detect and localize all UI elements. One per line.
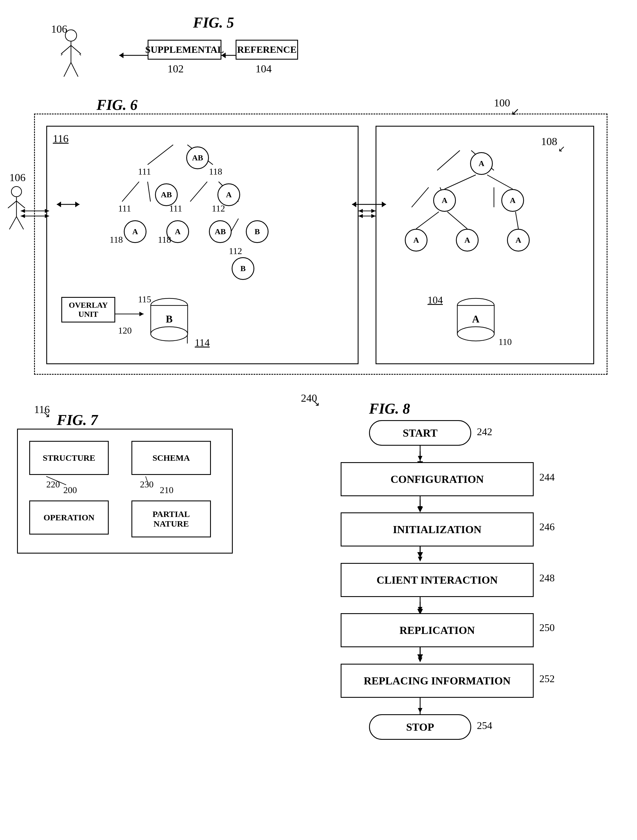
fig8-label-248: 248	[539, 572, 555, 584]
svg-marker-65	[21, 209, 25, 213]
fig8-stop-box: STOP	[369, 714, 471, 740]
svg-marker-87	[418, 657, 423, 662]
svg-marker-89	[418, 708, 423, 713]
fig6-node-root-ab: AB	[186, 147, 209, 169]
svg-marker-83	[418, 557, 423, 562]
svg-line-38	[71, 46, 81, 54]
fig6-node-l3-b: B	[232, 257, 254, 280]
fig8-label-244: 244	[539, 471, 555, 483]
fig6-edge-label-112-2: 112	[229, 246, 242, 256]
fig6-right-box: 108 ↙ A A A A A A 104 A 110	[375, 126, 594, 364]
svg-point-47	[151, 327, 188, 341]
fig8-label-250: 250	[539, 622, 555, 634]
svg-line-76	[46, 476, 66, 485]
fig6-label-114: 114	[195, 337, 210, 349]
fig5-supplemental-box: SUPPLEMENTAL	[148, 40, 221, 60]
svg-line-57	[516, 212, 518, 229]
fig8-start-box: START	[369, 420, 471, 446]
fig6-edge-label-111-1: 111	[138, 166, 151, 177]
svg-text:B: B	[166, 313, 173, 325]
fig8-title: FIG. 8	[369, 400, 410, 417]
fig6-edge-label-111-2: 111	[169, 203, 182, 214]
fig5-person	[57, 28, 85, 86]
fig5-label-102: 102	[167, 62, 184, 75]
fig6-edge-label-111-3: 111	[118, 203, 131, 214]
svg-line-37	[61, 46, 71, 54]
svg-line-40	[71, 62, 78, 77]
fig8-label-246: 246	[539, 521, 555, 533]
svg-marker-66	[45, 209, 49, 213]
fig6-label-120: 120	[118, 325, 132, 336]
fig5-label-104: 104	[255, 62, 272, 75]
svg-marker-71	[358, 209, 363, 213]
fig6-edge-label-112-1: 112	[212, 203, 225, 214]
fig6-edge-label-118-2: 118	[110, 234, 123, 245]
svg-line-62	[9, 216, 16, 229]
fig6-left-box: 116 AB AB A A A AB B B 111 118 111 112 1…	[46, 126, 358, 364]
fig6-edge-label-118-3: 118	[158, 234, 171, 245]
svg-marker-68	[21, 214, 25, 218]
fig6-label-116: 116	[53, 132, 69, 145]
fig8-label-254: 254	[477, 720, 492, 731]
fig7-arrow-116: ↘	[43, 409, 50, 420]
svg-marker-79	[418, 456, 423, 461]
fig6-overlay-unit-box: OVERLAYUNIT	[61, 297, 115, 322]
fig8-initialization-box: INITIALIZATION	[341, 512, 534, 546]
fig8-arrow-240: ↘	[312, 398, 320, 408]
svg-line-77	[146, 476, 148, 485]
fig6-node-l2-ab: AB	[209, 220, 232, 243]
svg-line-55	[416, 212, 439, 229]
fig6-outer-dashed: 116 AB AB A A A AB B B 111 118 111 112 1…	[34, 114, 607, 375]
fig5-reference-box: REFERENCE	[236, 40, 298, 60]
svg-marker-85	[418, 607, 423, 612]
fig8-label-242: 242	[477, 426, 492, 438]
svg-marker-81	[418, 506, 423, 511]
fig6-title: FIG. 6	[96, 96, 137, 113]
svg-line-61	[16, 201, 25, 208]
svg-line-54	[487, 175, 512, 189]
fig6-label-106-text: 106	[9, 171, 25, 184]
svg-marker-72	[371, 209, 375, 213]
fig6-edge-label-118-1: 118	[209, 166, 222, 177]
fig6-node-l1-a: A	[218, 183, 240, 206]
svg-line-60	[8, 201, 16, 208]
fig8-configuration-box: CONFIGURATION	[341, 462, 534, 496]
fig8-client-interaction-box: CLIENT INTERACTION	[341, 563, 534, 597]
fig5-label-106: 106	[51, 23, 67, 35]
fig8-label-252: 252	[539, 673, 555, 685]
fig7-outer-box: STRUCTURE SCHEMA OPERATION PARTIAL NATUR…	[17, 429, 233, 554]
fig6-node-l2-a1: A	[124, 220, 147, 243]
svg-marker-69	[45, 214, 49, 218]
svg-marker-74	[358, 214, 363, 218]
fig6-node-l1-ab: AB	[155, 183, 178, 206]
svg-marker-44	[139, 312, 143, 316]
fig6-node-l2-b: B	[246, 220, 268, 243]
fig7-title: FIG. 7	[57, 412, 98, 428]
svg-line-56	[447, 212, 467, 229]
fig6-label-100: 100	[494, 96, 510, 109]
svg-marker-75	[371, 214, 375, 218]
fig5-title: FIG. 5	[193, 14, 234, 31]
fig8-replication-box: REPLICATION	[341, 613, 534, 647]
svg-line-39	[64, 62, 71, 77]
svg-marker-3	[119, 52, 123, 58]
svg-point-58	[11, 186, 22, 197]
svg-line-53	[445, 175, 476, 189]
fig8-replacing-information-box: REPLACING INFORMATION	[341, 664, 534, 698]
